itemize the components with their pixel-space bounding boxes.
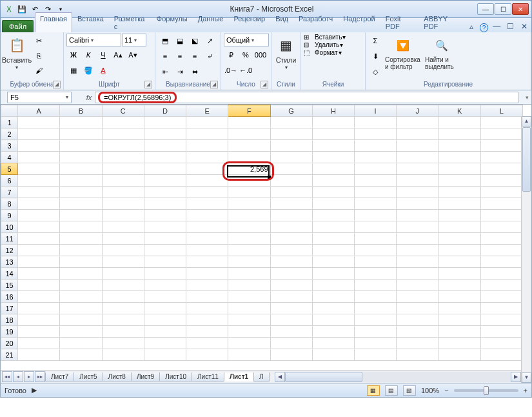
cell-I12[interactable] bbox=[354, 245, 396, 256]
cell-H6[interactable] bbox=[312, 175, 354, 187]
cell-C7[interactable] bbox=[102, 187, 144, 198]
cell-E17[interactable] bbox=[186, 303, 228, 314]
worksheet-grid[interactable]: ABCDEFGHIJKL123452,569678910111213141516… bbox=[0, 105, 532, 383]
col-header-J[interactable]: J bbox=[397, 105, 438, 117]
cell-F11[interactable] bbox=[228, 233, 270, 245]
cell-B21[interactable] bbox=[60, 349, 102, 361]
cell-E2[interactable] bbox=[186, 128, 228, 140]
cell-A3[interactable] bbox=[18, 140, 60, 152]
fill-button[interactable]: ⬇ bbox=[368, 49, 382, 63]
align-center[interactable]: ≡ bbox=[173, 49, 187, 63]
cell-K11[interactable] bbox=[438, 233, 480, 245]
cell-J19[interactable] bbox=[397, 326, 438, 338]
cell-D6[interactable] bbox=[144, 175, 186, 187]
cell-E5[interactable] bbox=[186, 163, 228, 175]
cell-C13[interactable] bbox=[102, 256, 144, 268]
cell-K21[interactable] bbox=[438, 349, 480, 361]
cell-B3[interactable] bbox=[60, 140, 102, 152]
cell-G14[interactable] bbox=[270, 268, 312, 280]
cell-C2[interactable] bbox=[102, 128, 144, 140]
cell-J3[interactable] bbox=[397, 140, 438, 152]
cell-K13[interactable] bbox=[438, 256, 480, 268]
shrink-font-button[interactable]: A▾ bbox=[126, 48, 140, 62]
clear-button[interactable]: ◇ bbox=[368, 65, 382, 79]
cell-A1[interactable] bbox=[18, 117, 60, 128]
cell-A5[interactable] bbox=[18, 163, 60, 175]
cell-K7[interactable] bbox=[438, 187, 480, 198]
cell-I1[interactable] bbox=[354, 117, 396, 128]
ribbon-tab-3[interactable]: Формулы bbox=[152, 12, 193, 32]
cell-I3[interactable] bbox=[354, 140, 396, 152]
cell-F10[interactable] bbox=[228, 221, 270, 233]
cell-D15[interactable] bbox=[144, 280, 186, 291]
row-header-15[interactable]: 15 bbox=[1, 280, 18, 291]
cell-C10[interactable] bbox=[102, 221, 144, 233]
ribbon-tab-8[interactable]: Надстрой bbox=[338, 12, 380, 32]
cell-I6[interactable] bbox=[354, 175, 396, 187]
cell-E11[interactable] bbox=[186, 233, 228, 245]
cell-J11[interactable] bbox=[397, 233, 438, 245]
cell-E9[interactable] bbox=[186, 210, 228, 221]
cell-I15[interactable] bbox=[354, 280, 396, 291]
cell-B14[interactable] bbox=[60, 268, 102, 280]
merge-button[interactable]: ⬌ bbox=[188, 65, 202, 79]
cell-B2[interactable] bbox=[60, 128, 102, 140]
close-button[interactable]: ✕ bbox=[512, 3, 529, 15]
increase-indent[interactable]: ⇥ bbox=[173, 65, 187, 79]
cell-C15[interactable] bbox=[102, 280, 144, 291]
zoom-slider[interactable] bbox=[454, 389, 518, 392]
cell-J16[interactable] bbox=[397, 291, 438, 303]
cell-E3[interactable] bbox=[186, 140, 228, 152]
cell-B10[interactable] bbox=[60, 221, 102, 233]
cell-G20[interactable] bbox=[270, 338, 312, 349]
cell-J5[interactable] bbox=[397, 163, 438, 175]
row-header-21[interactable]: 21 bbox=[1, 349, 18, 361]
cell-D17[interactable] bbox=[144, 303, 186, 314]
cell-K18[interactable] bbox=[438, 314, 480, 326]
col-header-E[interactable]: E bbox=[186, 105, 228, 117]
cell-K8[interactable] bbox=[438, 198, 480, 210]
cell-K1[interactable] bbox=[438, 117, 480, 128]
cell-A19[interactable] bbox=[18, 326, 60, 338]
cell-F21[interactable] bbox=[228, 349, 270, 361]
cell-D5[interactable] bbox=[144, 163, 186, 175]
clipboard-dialog[interactable]: ◢ bbox=[53, 81, 61, 88]
cell-E16[interactable] bbox=[186, 291, 228, 303]
cell-H7[interactable] bbox=[312, 187, 354, 198]
view-normal[interactable]: ▦ bbox=[367, 385, 380, 396]
cell-I21[interactable] bbox=[354, 349, 396, 361]
styles-button[interactable]: ▦ Стили ▾ bbox=[274, 34, 298, 72]
number-format-combo[interactable]: Общий▾ bbox=[224, 34, 269, 46]
sheet-tab-Лист9[interactable]: Лист9 bbox=[131, 372, 160, 381]
cell-I13[interactable] bbox=[354, 256, 396, 268]
cell-H3[interactable] bbox=[312, 140, 354, 152]
cell-H8[interactable] bbox=[312, 198, 354, 210]
cell-K3[interactable] bbox=[438, 140, 480, 152]
cell-B11[interactable] bbox=[60, 233, 102, 245]
cell-D7[interactable] bbox=[144, 187, 186, 198]
find-select-button[interactable]: 🔍 Найти и выделить bbox=[424, 34, 460, 72]
sheet-tab-Лист7[interactable]: Лист7 bbox=[45, 372, 74, 381]
cell-E19[interactable] bbox=[186, 326, 228, 338]
row-header-18[interactable]: 18 bbox=[1, 314, 18, 326]
cell-K17[interactable] bbox=[438, 303, 480, 314]
cell-H21[interactable] bbox=[312, 349, 354, 361]
cell-J20[interactable] bbox=[397, 338, 438, 349]
sheet-tab-Л[interactable]: Л bbox=[253, 372, 270, 381]
cell-A7[interactable] bbox=[18, 187, 60, 198]
cell-B8[interactable] bbox=[60, 198, 102, 210]
font-name-combo[interactable]: Calibri▾ bbox=[66, 34, 121, 46]
cell-C16[interactable] bbox=[102, 291, 144, 303]
row-header-12[interactable]: 12 bbox=[1, 245, 18, 256]
row-header-3[interactable]: 3 bbox=[1, 140, 18, 152]
cell-K4[interactable] bbox=[438, 152, 480, 163]
cell-C11[interactable] bbox=[102, 233, 144, 245]
select-all[interactable] bbox=[1, 105, 18, 117]
qat-save[interactable]: 💾 bbox=[16, 3, 28, 15]
cell-A4[interactable] bbox=[18, 152, 60, 163]
cell-I14[interactable] bbox=[354, 268, 396, 280]
cell-J15[interactable] bbox=[397, 280, 438, 291]
cell-F2[interactable] bbox=[228, 128, 270, 140]
cell-G18[interactable] bbox=[270, 314, 312, 326]
cell-B13[interactable] bbox=[60, 256, 102, 268]
